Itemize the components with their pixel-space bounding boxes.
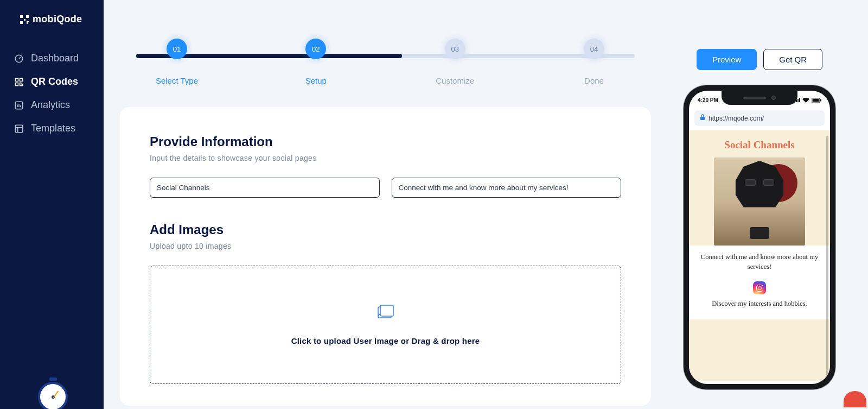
battery-icon xyxy=(812,98,821,103)
layout-icon xyxy=(14,124,24,134)
step-select-type[interactable]: 01 Select Type xyxy=(136,33,218,85)
svg-rect-1 xyxy=(15,78,18,81)
status-icons xyxy=(794,98,821,103)
svg-rect-2 xyxy=(20,78,23,81)
step-label: Done xyxy=(584,76,604,85)
sidebar-item-label: Templates xyxy=(31,123,75,134)
svg-rect-3 xyxy=(15,83,18,85)
logo: mobiQode xyxy=(0,14,104,47)
sidebar-item-dashboard[interactable]: Dashboard xyxy=(0,47,104,70)
step-label: Select Type xyxy=(156,76,198,85)
sidebar-item-analytics[interactable]: Analytics xyxy=(0,93,104,117)
svg-rect-12 xyxy=(700,117,705,120)
setup-form-card: Provide Information Input the details to… xyxy=(120,107,651,406)
sidebar-item-label: QR Codes xyxy=(31,76,78,87)
svg-rect-8 xyxy=(380,305,393,316)
qr-icon xyxy=(14,77,24,87)
sidebar-item-qr-codes[interactable]: QR Codes xyxy=(0,70,104,93)
step-done[interactable]: 04 Done xyxy=(553,33,635,85)
preview-image xyxy=(714,158,805,246)
title-input[interactable] xyxy=(150,178,380,198)
phone-notch xyxy=(722,91,797,105)
phone-url-bar: https://mqode.com/ xyxy=(694,110,825,126)
preview-scrollbar[interactable] xyxy=(826,136,828,376)
main-nav: Dashboard QR Codes Analytics Templates xyxy=(0,47,104,140)
gauge-icon xyxy=(14,54,24,64)
svg-rect-11 xyxy=(820,99,821,101)
get-qr-button[interactable]: Get QR xyxy=(763,49,822,70)
sidebar-item-templates[interactable]: Templates xyxy=(0,117,104,140)
preview-description: Connect with me and know more about my s… xyxy=(698,252,821,272)
bar-chart-icon xyxy=(14,100,24,110)
preview-button[interactable]: Preview xyxy=(697,49,757,70)
image-upload-icon xyxy=(378,305,394,321)
step-number: 04 xyxy=(584,39,604,59)
section-title-images: Add Images xyxy=(150,222,621,237)
phone-preview-body: Social Channels Connect with me and know… xyxy=(689,130,830,381)
section-subtitle-images: Upload upto 10 images xyxy=(150,242,621,250)
step-label: Setup xyxy=(305,76,327,85)
image-dropzone[interactable]: Click to upload User Image or Drag & dro… xyxy=(150,266,621,384)
sidebar: mobiQode Dashboard QR Codes Analytics Te… xyxy=(0,0,104,409)
preview-panel: Preview Get QR 4:20 PM https://mqode.com… xyxy=(667,16,852,409)
section-subtitle-info: Input the details to showcase your socia… xyxy=(150,154,621,162)
step-number: 03 xyxy=(445,39,465,59)
dropzone-text: Click to upload User Image or Drag & dro… xyxy=(291,336,480,345)
chat-widget[interactable] xyxy=(844,391,866,407)
preview-headline: Social Channels xyxy=(689,130,830,158)
preview-ig-caption: Discover my interests and hobbies. xyxy=(698,299,821,309)
brand-name: mobiQode xyxy=(33,14,82,25)
stepper: 01 Select Type 02 Setup 03 Customize 04 … xyxy=(120,16,651,107)
section-title-info: Provide Information xyxy=(150,134,621,149)
step-label: Customize xyxy=(436,76,474,85)
phone-url: https://mqode.com/ xyxy=(709,115,764,122)
lock-icon xyxy=(700,114,705,122)
stopwatch-icon xyxy=(38,382,68,409)
sidebar-item-label: Analytics xyxy=(31,99,70,111)
svg-rect-5 xyxy=(15,125,23,133)
sidebar-item-label: Dashboard xyxy=(31,53,79,64)
svg-rect-10 xyxy=(813,98,819,102)
step-number: 01 xyxy=(167,39,187,59)
wifi-icon xyxy=(802,98,809,103)
step-setup[interactable]: 02 Setup xyxy=(275,33,356,85)
phone-time: 4:20 PM xyxy=(698,97,718,103)
qr-logo-icon xyxy=(20,15,29,24)
step-number: 02 xyxy=(305,39,326,59)
description-input[interactable] xyxy=(392,178,622,198)
instagram-icon[interactable] xyxy=(753,281,766,294)
step-customize[interactable]: 03 Customize xyxy=(414,33,496,85)
phone-mockup: 4:20 PM https://mqode.com/ Social Channe… xyxy=(684,85,835,389)
